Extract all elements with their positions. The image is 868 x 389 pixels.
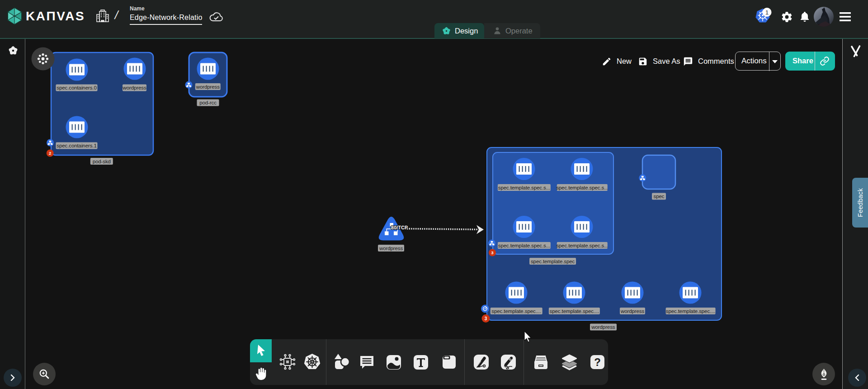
svg-text:1: 1 bbox=[765, 9, 769, 16]
svg-text:?: ? bbox=[594, 356, 601, 368]
svg-text:spec.template.spec.s...: spec.template.spec.s... bbox=[498, 243, 550, 248]
svg-text:wordpress: wordpress bbox=[379, 246, 403, 251]
svg-text:3: 3 bbox=[491, 250, 493, 255]
svg-text:spec.containers.0: spec.containers.0 bbox=[57, 85, 96, 90]
svg-text:spec.template.spec: spec.template.spec bbox=[531, 259, 575, 264]
svg-text:wordpress: wordpress bbox=[196, 84, 220, 90]
svg-text:wordpress: wordpress bbox=[591, 324, 615, 330]
svg-text:spec.template.spec.s...: spec.template.spec.s... bbox=[498, 185, 550, 190]
svg-text:pod-rcc: pod-rcc bbox=[199, 100, 217, 105]
svg-text:80/TCP: 80/TCP bbox=[391, 225, 408, 230]
svg-text:3: 3 bbox=[485, 316, 487, 321]
svg-text:2: 2 bbox=[49, 151, 51, 156]
svg-text:spec.template.spec....: spec.template.spec.... bbox=[666, 308, 716, 314]
svg-text:pod-skd: pod-skd bbox=[93, 159, 111, 164]
svg-text:spec: spec bbox=[654, 194, 665, 199]
svg-text:wordpress: wordpress bbox=[122, 85, 146, 90]
svg-text:spec.template.spec....: spec.template.spec.... bbox=[550, 308, 599, 314]
svg-text:spec.containers.1: spec.containers.1 bbox=[57, 143, 96, 148]
svg-text:spec.template.spec.s...: spec.template.spec.s... bbox=[556, 185, 608, 190]
svg-text:spec.template.spec.s...: spec.template.spec.s... bbox=[556, 243, 608, 248]
svg-text:wordpress: wordpress bbox=[620, 308, 644, 314]
svg-text:spec.template.spec....: spec.template.spec.... bbox=[491, 308, 541, 314]
